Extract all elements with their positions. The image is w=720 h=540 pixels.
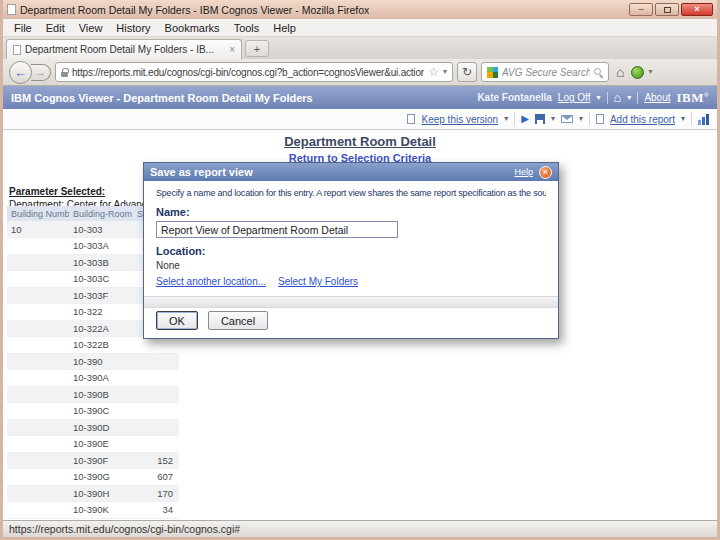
dialog-separator xyxy=(144,296,558,308)
search-input[interactable] xyxy=(502,67,590,78)
run-report-icon[interactable]: ▶ xyxy=(521,114,529,124)
location-label: Location: xyxy=(156,245,546,257)
cell-building-room: 10-390H xyxy=(69,485,133,502)
window-titlebar: Department Room Detail My Folders - IBM … xyxy=(3,0,717,19)
search-icon[interactable] xyxy=(594,68,603,77)
cell-building-room: 10-390C xyxy=(69,403,133,420)
forward-icon: → xyxy=(35,66,46,78)
cell-building-number xyxy=(7,370,69,387)
cell-value: 34 xyxy=(133,502,179,519)
cell-building-number xyxy=(7,419,69,436)
cell-value: 607 xyxy=(133,469,179,486)
table-row: 10-390B xyxy=(7,386,179,403)
forward-button[interactable]: → xyxy=(31,64,51,81)
location-links: Select another location... Select My Fol… xyxy=(156,276,546,287)
save-icon[interactable] xyxy=(535,114,545,124)
email-dropdown-icon[interactable]: ▾ xyxy=(579,115,583,123)
cell-value xyxy=(133,370,179,387)
separator xyxy=(589,112,590,126)
log-off-link[interactable]: Log Off xyxy=(558,92,591,103)
home-button[interactable]: ⌂ xyxy=(613,64,627,80)
keep-version-dropdown-icon[interactable]: ▾ xyxy=(504,115,508,123)
column-header-building-room: Building-Room xyxy=(69,206,133,221)
back-button[interactable]: ← xyxy=(9,61,32,84)
addon-dropdown-icon[interactable]: ▾ xyxy=(648,68,652,76)
select-location-link[interactable]: Select another location... xyxy=(156,276,266,287)
table-row: 10-390C xyxy=(7,403,179,420)
browser-tab[interactable]: Department Room Detail My Folders - IB..… xyxy=(6,39,242,59)
menu-item[interactable]: Edit xyxy=(39,20,72,36)
report-title: Department Room Detail xyxy=(3,134,717,149)
cell-building-room: 10-390K xyxy=(69,502,133,519)
cell-building-number xyxy=(7,436,69,453)
cell-building-number xyxy=(7,337,69,354)
cancel-button[interactable]: Cancel xyxy=(208,311,268,330)
add-report-link[interactable]: Add this report xyxy=(610,114,675,125)
menu-item[interactable]: Bookmarks xyxy=(158,20,227,36)
page-favicon-icon xyxy=(7,4,16,15)
url-dropdown-icon[interactable]: ▾ xyxy=(443,68,447,76)
cell-building-number: 10 xyxy=(7,221,69,238)
avg-logo-icon xyxy=(487,67,498,78)
new-tab-button[interactable]: + xyxy=(245,40,269,57)
tab-close-icon[interactable]: × xyxy=(229,45,235,55)
cell-building-number xyxy=(7,353,69,370)
maximize-icon xyxy=(664,7,671,13)
avg-addon-icon[interactable] xyxy=(631,66,644,79)
save-dropdown-icon[interactable]: ▾ xyxy=(551,115,555,123)
email-report-icon[interactable] xyxy=(561,115,573,123)
name-label: Name: xyxy=(156,206,546,218)
menu-item[interactable]: History xyxy=(109,20,157,36)
tab-favicon-icon xyxy=(13,45,21,55)
table-row: 10-390F 152 xyxy=(7,452,179,469)
cell-building-room: 10-390F xyxy=(69,452,133,469)
chart-view-icon[interactable] xyxy=(698,114,709,125)
dialog-help-link[interactable]: Help xyxy=(514,167,533,177)
dialog-close-icon[interactable]: × xyxy=(539,166,552,179)
cognos-header-right: Kate Fontanella Log Off ▾ ⌂ ▾ About IBM® xyxy=(477,90,709,106)
add-report-dropdown-icon[interactable]: ▾ xyxy=(681,115,685,123)
menu-item[interactable]: Tools xyxy=(227,20,267,36)
menu-bar: FileEditViewHistoryBookmarksToolsHelp xyxy=(3,19,717,37)
parameter-heading: Parameter Selected: xyxy=(9,186,105,197)
table-row: 10-390 xyxy=(7,353,179,370)
menu-item[interactable]: View xyxy=(72,20,110,36)
cell-building-room: 10-322B xyxy=(69,337,133,354)
tab-bar: Department Room Detail My Folders - IB..… xyxy=(3,37,717,59)
url-input[interactable] xyxy=(72,67,424,78)
menu-item[interactable]: Help xyxy=(266,20,303,36)
about-link[interactable]: About xyxy=(644,92,670,103)
cell-value xyxy=(133,419,179,436)
cell-value xyxy=(133,353,179,370)
ibm-logo: IBM® xyxy=(677,90,709,106)
name-input[interactable] xyxy=(156,221,398,238)
cognos-home-dropdown-icon[interactable]: ▾ xyxy=(627,93,631,102)
cognos-toolbar: Keep this version ▾ ▶ ▾ ▾ Add this repor… xyxy=(3,109,717,130)
menu-item[interactable]: File xyxy=(7,20,39,36)
close-button[interactable]: × xyxy=(681,3,713,16)
table-row: 10-390H 170 xyxy=(7,485,179,502)
search-bar[interactable] xyxy=(481,62,609,82)
keep-version-link[interactable]: Keep this version xyxy=(421,114,498,125)
location-value: None xyxy=(156,260,546,271)
ok-button[interactable]: OK xyxy=(156,311,198,330)
dialog-description: Specify a name and location for this ent… xyxy=(156,188,546,198)
cell-building-number xyxy=(7,271,69,288)
cell-building-number xyxy=(7,403,69,420)
table-row: 10-390D xyxy=(7,419,179,436)
cell-building-room: 10-390B xyxy=(69,386,133,403)
cell-building-room: 10-390D xyxy=(69,419,133,436)
select-myfolders-link[interactable]: Select My Folders xyxy=(278,276,358,287)
url-bar[interactable]: ☆ ▾ xyxy=(55,62,453,82)
reload-button[interactable]: ↻ xyxy=(457,62,477,82)
log-off-dropdown-icon[interactable]: ▾ xyxy=(596,93,600,102)
home-icon: ⌂ xyxy=(616,64,624,80)
bookmark-star-icon[interactable]: ☆ xyxy=(428,66,439,78)
maximize-button[interactable] xyxy=(655,3,679,16)
cell-building-number xyxy=(7,254,69,271)
minimize-button[interactable]: – xyxy=(629,3,653,16)
navigation-bar: ← → ☆ ▾ ↻ ⌂ ▾ xyxy=(3,59,717,86)
cell-building-room: 10-390G xyxy=(69,469,133,486)
cognos-home-icon[interactable]: ⌂ xyxy=(614,91,622,104)
dialog-titlebar[interactable]: Save as report view Help × xyxy=(144,163,558,181)
